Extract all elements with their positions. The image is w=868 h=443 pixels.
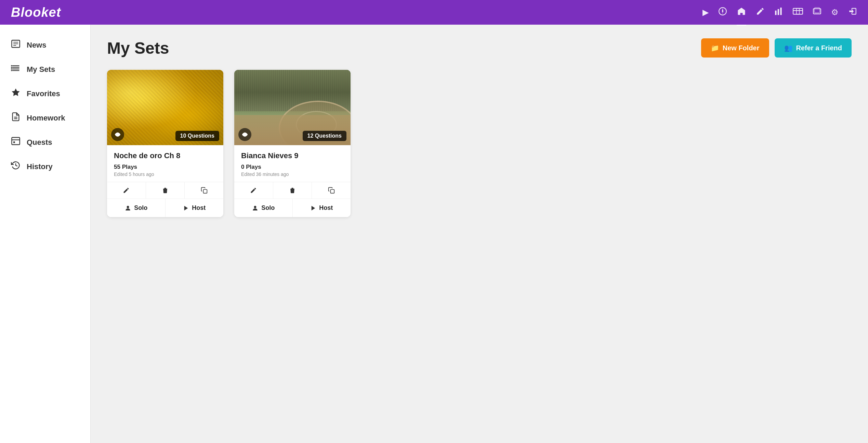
- card-1-plays: 55 Plays: [114, 164, 216, 170]
- card-2-edited: Edited 36 minutes ago: [241, 172, 344, 177]
- header-actions: 📁 New Folder 👥 Refer a Friend: [701, 38, 852, 58]
- sidebar-item-favorites[interactable]: Favorites: [0, 81, 90, 106]
- quests-icon: [11, 136, 21, 148]
- header: Blooket ▶ ⚙: [0, 0, 868, 25]
- homework-icon: [11, 112, 21, 124]
- store-icon[interactable]: [793, 7, 803, 18]
- history-icon: [11, 161, 21, 173]
- svg-marker-34: [312, 206, 315, 211]
- sidebar-item-quests[interactable]: Quests: [0, 130, 90, 154]
- card-1-preview-icon[interactable]: [111, 128, 124, 141]
- svg-point-31: [244, 134, 246, 136]
- card-1-body: Noche de oro Ch 8 55 Plays Edited 5 hour…: [107, 145, 223, 177]
- sidebar-item-news-label: News: [27, 41, 46, 50]
- card-1-solo-button[interactable]: Solo: [107, 199, 166, 217]
- card-1-image: 10 Questions: [107, 70, 223, 145]
- home-icon[interactable]: [737, 7, 746, 18]
- card-2-actions-row: [234, 182, 351, 199]
- svg-rect-6: [793, 8, 803, 14]
- card-2-title: Bianca Nieves 9: [241, 151, 344, 160]
- card-1-title: Noche de oro Ch 8: [114, 151, 216, 160]
- svg-marker-22: [12, 88, 19, 96]
- svg-point-29: [127, 206, 129, 208]
- card-1-copy-button[interactable]: [185, 182, 223, 199]
- logout-icon[interactable]: [848, 7, 857, 18]
- sidebar-item-history[interactable]: History: [0, 154, 90, 179]
- sidebar-item-homework-label: Homework: [27, 114, 65, 123]
- card-2-copy-button[interactable]: [312, 182, 351, 199]
- svg-point-21: [11, 70, 12, 71]
- svg-rect-5: [780, 8, 781, 15]
- svg-point-20: [11, 68, 12, 70]
- svg-rect-3: [775, 11, 776, 15]
- logo: Blooket: [11, 5, 61, 20]
- my-sets-icon: [11, 63, 21, 75]
- main-header: My Sets 📁 New Folder 👥 Refer a Friend: [107, 38, 852, 58]
- svg-rect-7: [797, 8, 800, 14]
- card-noche-de-oro: 10 Questions Noche de oro Ch 8 55 Plays …: [107, 70, 223, 217]
- svg-marker-30: [184, 206, 188, 211]
- card-1-delete-button[interactable]: [146, 182, 185, 199]
- layout: News My Sets Favorites Homework Quests: [0, 25, 868, 443]
- card-2-preview-icon[interactable]: [238, 128, 251, 141]
- card-2-question-count: 12 Questions: [303, 131, 346, 141]
- sidebar-item-my-sets-label: My Sets: [27, 65, 55, 74]
- card-1-edited: Edited 5 hours ago: [114, 172, 216, 177]
- card-2-main-actions: Solo Host: [234, 199, 351, 217]
- card-2-solo-button[interactable]: Solo: [234, 199, 293, 217]
- svg-point-33: [254, 206, 257, 208]
- settings-icon[interactable]: ⚙: [831, 8, 839, 17]
- cards-icon[interactable]: [813, 7, 821, 18]
- svg-point-27: [117, 134, 119, 136]
- svg-rect-4: [778, 9, 779, 15]
- sidebar-item-history-label: History: [27, 162, 53, 171]
- news-icon: [11, 39, 21, 51]
- svg-point-18: [11, 65, 12, 66]
- svg-point-19: [11, 67, 12, 68]
- sidebar-item-favorites-label: Favorites: [27, 89, 60, 98]
- svg-rect-26: [13, 141, 15, 143]
- refer-friend-button[interactable]: 👥 Refer a Friend: [775, 38, 852, 58]
- stats-icon[interactable]: [774, 7, 783, 18]
- edit-icon[interactable]: [756, 7, 765, 18]
- card-2-edit-button[interactable]: [234, 182, 273, 199]
- sidebar-item-news[interactable]: News: [0, 33, 90, 57]
- sidebar: News My Sets Favorites Homework Quests: [0, 25, 91, 443]
- sidebar-item-homework[interactable]: Homework: [0, 106, 90, 130]
- sidebar-item-quests-label: Quests: [27, 138, 52, 147]
- card-2-delete-button[interactable]: [273, 182, 312, 199]
- new-folder-button[interactable]: 📁 New Folder: [701, 38, 769, 58]
- card-1-host-button[interactable]: Host: [166, 199, 224, 217]
- play-icon[interactable]: ▶: [702, 8, 709, 17]
- header-nav: ▶ ⚙: [702, 7, 857, 18]
- svg-rect-25: [12, 138, 19, 145]
- svg-marker-2: [722, 11, 723, 14]
- card-1-actions-row: [107, 182, 223, 199]
- card-1-main-actions: Solo Host: [107, 199, 223, 217]
- card-2-body: Bianca Nieves 9 0 Plays Edited 36 minute…: [234, 145, 351, 177]
- svg-rect-28: [203, 190, 207, 193]
- card-2-host-button[interactable]: Host: [293, 199, 351, 217]
- cards-grid: 10 Questions Noche de oro Ch 8 55 Plays …: [107, 70, 852, 217]
- card-bianca-nieves: 12 Questions Bianca Nieves 9 0 Plays Edi…: [234, 70, 351, 217]
- sidebar-item-my-sets[interactable]: My Sets: [0, 57, 90, 81]
- folder-icon: 📁: [711, 44, 719, 52]
- card-1-question-count: 10 Questions: [175, 131, 219, 141]
- page-title: My Sets: [107, 39, 169, 58]
- refer-icon: 👥: [784, 44, 793, 52]
- card-2-image: 12 Questions: [234, 70, 351, 145]
- star-icon: [11, 88, 21, 100]
- card-2-plays: 0 Plays: [241, 164, 344, 170]
- compass-icon[interactable]: [718, 7, 727, 18]
- main-content: My Sets 📁 New Folder 👥 Refer a Friend: [91, 25, 868, 443]
- svg-rect-32: [330, 190, 334, 193]
- card-1-edit-button[interactable]: [107, 182, 146, 199]
